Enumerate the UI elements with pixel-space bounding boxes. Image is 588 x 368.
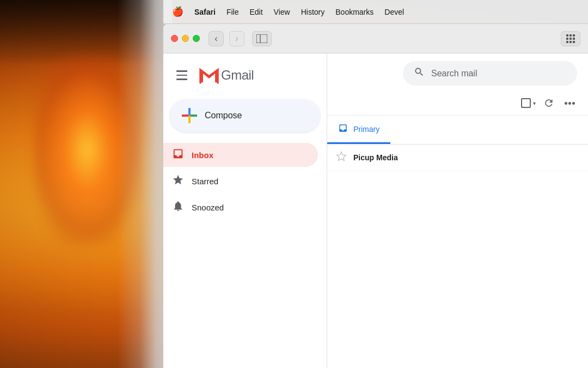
tabs-grid-button[interactable] bbox=[561, 31, 580, 46]
checkbox-dropdown-arrow[interactable]: ▾ bbox=[533, 100, 536, 106]
refresh-button[interactable] bbox=[539, 93, 559, 113]
more-options-icon bbox=[565, 102, 575, 105]
select-all-checkbox[interactable] bbox=[521, 98, 531, 108]
inbox-icon bbox=[172, 148, 184, 162]
more-options-button[interactable] bbox=[560, 93, 579, 113]
snoozed-icon bbox=[172, 200, 184, 215]
hamburger-line bbox=[176, 75, 187, 76]
sidebar-item-starred[interactable]: Starred bbox=[163, 169, 318, 193]
menu-history[interactable]: History bbox=[301, 8, 325, 16]
minimize-button[interactable] bbox=[182, 35, 189, 42]
search-placeholder-text: Search mail bbox=[431, 69, 477, 79]
gmail-main: Search mail ▾ bbox=[327, 53, 588, 368]
compose-button[interactable]: Compose bbox=[170, 99, 320, 132]
close-button[interactable] bbox=[171, 35, 178, 42]
search-bar[interactable]: Search mail bbox=[403, 61, 577, 86]
candle-light-effect bbox=[33, 55, 142, 245]
primary-tab-label: Primary bbox=[353, 125, 379, 134]
primary-tab-icon bbox=[338, 123, 348, 135]
grid-icon bbox=[566, 34, 575, 43]
menu-devel[interactable]: Devel bbox=[384, 8, 404, 16]
svg-rect-0 bbox=[256, 34, 267, 43]
safari-app-name[interactable]: Safari bbox=[194, 8, 216, 16]
hamburger-line bbox=[176, 70, 187, 72]
gmail-logo: Gmail bbox=[198, 64, 254, 86]
sidebar-toggle-button[interactable] bbox=[252, 31, 272, 46]
sidebar-icon bbox=[256, 34, 267, 43]
main-toolbar: ▾ bbox=[327, 91, 588, 116]
starred-icon bbox=[172, 174, 184, 189]
menu-file[interactable]: File bbox=[226, 8, 239, 16]
gmail-sidebar: Gmail Compose Inbo bbox=[163, 53, 327, 368]
back-button[interactable]: ‹ bbox=[209, 31, 224, 46]
compose-plus-icon bbox=[182, 108, 197, 123]
snoozed-label: Snoozed bbox=[192, 203, 224, 212]
refresh-icon bbox=[543, 98, 554, 108]
gmail-wordmark: Gmail bbox=[221, 68, 254, 83]
sidebar-item-snoozed[interactable]: Snoozed bbox=[163, 195, 318, 219]
email-row[interactable]: Picup Media bbox=[327, 144, 588, 171]
compose-label: Compose bbox=[205, 111, 242, 120]
email-star[interactable] bbox=[336, 151, 347, 164]
inbox-label: Inbox bbox=[192, 150, 213, 160]
traffic-lights bbox=[171, 35, 200, 42]
gmail-m-logo bbox=[198, 64, 220, 86]
search-bar-container: Search mail bbox=[327, 53, 588, 91]
gmail-header: Gmail bbox=[163, 62, 327, 97]
tab-primary[interactable]: Primary bbox=[327, 116, 390, 144]
forward-button[interactable]: › bbox=[229, 31, 244, 46]
menu-edit[interactable]: Edit bbox=[249, 8, 262, 16]
hamburger-menu-button[interactable] bbox=[172, 66, 192, 85]
email-tabs: Primary bbox=[327, 116, 588, 144]
search-icon bbox=[414, 67, 425, 80]
select-checkbox-area: ▾ bbox=[521, 98, 536, 108]
hamburger-line bbox=[176, 79, 187, 80]
apple-menu[interactable]: 🍎 bbox=[172, 6, 183, 17]
sidebar-item-inbox[interactable]: Inbox bbox=[163, 143, 318, 167]
starred-label: Starred bbox=[192, 177, 218, 186]
email-sender-name: Picup Media bbox=[353, 153, 424, 162]
maximize-button[interactable] bbox=[193, 35, 200, 42]
menu-view[interactable]: View bbox=[274, 8, 290, 16]
menu-bookmarks[interactable]: Bookmarks bbox=[335, 8, 373, 16]
